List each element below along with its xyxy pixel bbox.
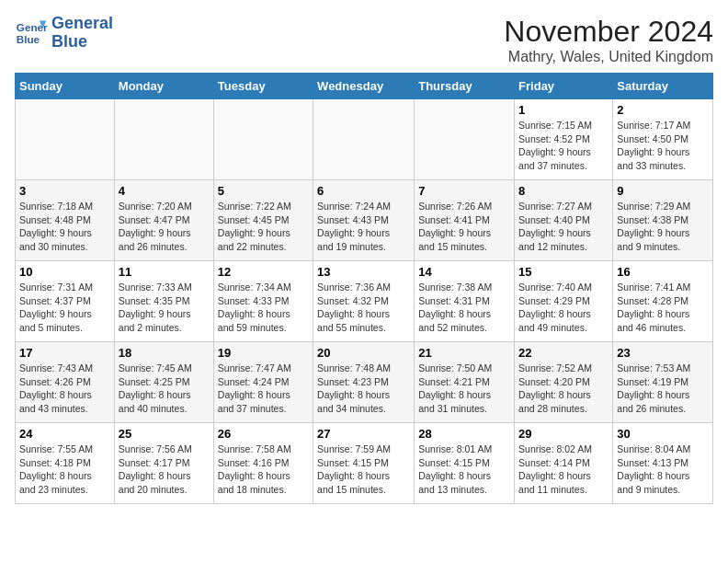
title-area: November 2024 Mathry, Wales, United King… xyxy=(504,15,713,65)
calendar-cell: 17Sunrise: 7:43 AM Sunset: 4:26 PM Dayli… xyxy=(16,342,115,423)
day-info: Sunrise: 7:36 AM Sunset: 4:32 PM Dayligh… xyxy=(317,281,410,335)
day-info: Sunrise: 8:02 AM Sunset: 4:14 PM Dayligh… xyxy=(518,442,609,497)
day-info: Sunrise: 7:34 AM Sunset: 4:33 PM Dayligh… xyxy=(218,281,309,335)
day-info: Sunrise: 7:40 AM Sunset: 4:29 PM Dayligh… xyxy=(518,281,609,335)
calendar-header-wednesday: Wednesday xyxy=(313,74,415,99)
day-info: Sunrise: 8:04 AM Sunset: 4:13 PM Dayligh… xyxy=(617,442,709,497)
day-number: 30 xyxy=(617,427,709,441)
day-number: 22 xyxy=(518,346,609,360)
calendar-cell: 29Sunrise: 8:02 AM Sunset: 4:14 PM Dayli… xyxy=(515,423,613,504)
day-info: Sunrise: 7:59 AM Sunset: 4:15 PM Dayligh… xyxy=(317,442,410,497)
calendar-header-sunday: Sunday xyxy=(16,74,115,99)
day-number: 10 xyxy=(19,265,110,279)
calendar-cell: 22Sunrise: 7:52 AM Sunset: 4:20 PM Dayli… xyxy=(515,342,613,423)
day-info: Sunrise: 7:17 AM Sunset: 4:50 PM Dayligh… xyxy=(617,119,709,173)
day-number: 3 xyxy=(19,184,110,198)
day-info: Sunrise: 7:33 AM Sunset: 4:35 PM Dayligh… xyxy=(119,281,210,335)
calendar-table: SundayMondayTuesdayWednesdayThursdayFrid… xyxy=(15,73,713,504)
calendar-cell: 23Sunrise: 7:53 AM Sunset: 4:19 PM Dayli… xyxy=(613,342,713,423)
day-number: 18 xyxy=(119,346,210,360)
day-number: 23 xyxy=(617,346,709,360)
calendar-cell: 9Sunrise: 7:29 AM Sunset: 4:38 PM Daylig… xyxy=(613,180,713,261)
day-info: Sunrise: 7:15 AM Sunset: 4:52 PM Dayligh… xyxy=(518,119,609,173)
calendar-cell xyxy=(415,99,515,180)
day-info: Sunrise: 7:24 AM Sunset: 4:43 PM Dayligh… xyxy=(317,200,410,254)
calendar-header-saturday: Saturday xyxy=(613,74,713,99)
calendar-week-3: 10Sunrise: 7:31 AM Sunset: 4:37 PM Dayli… xyxy=(16,261,713,342)
day-number: 1 xyxy=(518,103,609,117)
day-info: Sunrise: 7:55 AM Sunset: 4:18 PM Dayligh… xyxy=(19,442,110,497)
day-number: 20 xyxy=(317,346,410,360)
calendar-cell: 20Sunrise: 7:48 AM Sunset: 4:23 PM Dayli… xyxy=(313,342,415,423)
day-info: Sunrise: 7:22 AM Sunset: 4:45 PM Dayligh… xyxy=(218,200,309,254)
day-info: Sunrise: 8:01 AM Sunset: 4:15 PM Dayligh… xyxy=(418,442,510,497)
calendar-cell xyxy=(313,99,415,180)
day-number: 11 xyxy=(119,265,210,279)
calendar-cell: 21Sunrise: 7:50 AM Sunset: 4:21 PM Dayli… xyxy=(415,342,515,423)
calendar-cell: 15Sunrise: 7:40 AM Sunset: 4:29 PM Dayli… xyxy=(515,261,613,342)
calendar-cell: 6Sunrise: 7:24 AM Sunset: 4:43 PM Daylig… xyxy=(313,180,415,261)
logo-icon: General Blue xyxy=(15,17,48,50)
day-number: 29 xyxy=(518,427,609,441)
calendar-cell: 12Sunrise: 7:34 AM Sunset: 4:33 PM Dayli… xyxy=(213,261,313,342)
day-info: Sunrise: 7:27 AM Sunset: 4:40 PM Dayligh… xyxy=(518,200,609,254)
calendar-cell xyxy=(114,99,213,180)
logo-text: General Blue xyxy=(51,15,113,52)
day-info: Sunrise: 7:41 AM Sunset: 4:28 PM Dayligh… xyxy=(617,281,709,335)
day-info: Sunrise: 7:18 AM Sunset: 4:48 PM Dayligh… xyxy=(19,200,110,254)
page-subtitle: Mathry, Wales, United Kingdom xyxy=(504,49,713,65)
day-info: Sunrise: 7:48 AM Sunset: 4:23 PM Dayligh… xyxy=(317,362,410,416)
calendar-cell: 4Sunrise: 7:20 AM Sunset: 4:47 PM Daylig… xyxy=(114,180,213,261)
day-info: Sunrise: 7:45 AM Sunset: 4:25 PM Dayligh… xyxy=(119,362,210,416)
day-info: Sunrise: 7:58 AM Sunset: 4:16 PM Dayligh… xyxy=(218,442,309,497)
calendar-cell: 1Sunrise: 7:15 AM Sunset: 4:52 PM Daylig… xyxy=(515,99,613,180)
day-number: 24 xyxy=(19,427,110,441)
calendar-cell: 30Sunrise: 8:04 AM Sunset: 4:13 PM Dayli… xyxy=(613,423,713,504)
calendar-cell xyxy=(213,99,313,180)
day-info: Sunrise: 7:20 AM Sunset: 4:47 PM Dayligh… xyxy=(119,200,210,254)
calendar-cell: 8Sunrise: 7:27 AM Sunset: 4:40 PM Daylig… xyxy=(515,180,613,261)
calendar-cell: 7Sunrise: 7:26 AM Sunset: 4:41 PM Daylig… xyxy=(415,180,515,261)
day-info: Sunrise: 7:38 AM Sunset: 4:31 PM Dayligh… xyxy=(418,281,510,335)
day-number: 17 xyxy=(19,346,110,360)
calendar-header-friday: Friday xyxy=(515,74,613,99)
day-number: 16 xyxy=(617,265,709,279)
calendar-cell: 16Sunrise: 7:41 AM Sunset: 4:28 PM Dayli… xyxy=(613,261,713,342)
calendar-cell: 18Sunrise: 7:45 AM Sunset: 4:25 PM Dayli… xyxy=(114,342,213,423)
day-info: Sunrise: 7:50 AM Sunset: 4:21 PM Dayligh… xyxy=(418,362,510,416)
calendar-cell: 11Sunrise: 7:33 AM Sunset: 4:35 PM Dayli… xyxy=(114,261,213,342)
day-info: Sunrise: 7:52 AM Sunset: 4:20 PM Dayligh… xyxy=(518,362,609,416)
day-info: Sunrise: 7:43 AM Sunset: 4:26 PM Dayligh… xyxy=(19,362,110,416)
calendar-week-2: 3Sunrise: 7:18 AM Sunset: 4:48 PM Daylig… xyxy=(16,180,713,261)
day-number: 25 xyxy=(119,427,210,441)
calendar-cell: 3Sunrise: 7:18 AM Sunset: 4:48 PM Daylig… xyxy=(16,180,115,261)
day-number: 15 xyxy=(518,265,609,279)
day-number: 21 xyxy=(418,346,510,360)
calendar-cell: 2Sunrise: 7:17 AM Sunset: 4:50 PM Daylig… xyxy=(613,99,713,180)
calendar-header-row: SundayMondayTuesdayWednesdayThursdayFrid… xyxy=(16,74,713,99)
calendar-cell: 19Sunrise: 7:47 AM Sunset: 4:24 PM Dayli… xyxy=(213,342,313,423)
day-info: Sunrise: 7:47 AM Sunset: 4:24 PM Dayligh… xyxy=(218,362,309,416)
calendar-header-monday: Monday xyxy=(114,74,213,99)
calendar-week-4: 17Sunrise: 7:43 AM Sunset: 4:26 PM Dayli… xyxy=(16,342,713,423)
svg-text:Blue: Blue xyxy=(17,33,40,45)
page-title: November 2024 xyxy=(504,15,713,49)
calendar-cell: 5Sunrise: 7:22 AM Sunset: 4:45 PM Daylig… xyxy=(213,180,313,261)
calendar-cell: 28Sunrise: 8:01 AM Sunset: 4:15 PM Dayli… xyxy=(415,423,515,504)
calendar-cell xyxy=(16,99,115,180)
day-number: 14 xyxy=(418,265,510,279)
calendar-cell: 14Sunrise: 7:38 AM Sunset: 4:31 PM Dayli… xyxy=(415,261,515,342)
day-number: 28 xyxy=(418,427,510,441)
calendar-header-tuesday: Tuesday xyxy=(213,74,313,99)
calendar-cell: 10Sunrise: 7:31 AM Sunset: 4:37 PM Dayli… xyxy=(16,261,115,342)
day-number: 13 xyxy=(317,265,410,279)
day-number: 8 xyxy=(518,184,609,198)
calendar-header-thursday: Thursday xyxy=(415,74,515,99)
day-number: 12 xyxy=(218,265,309,279)
calendar-week-1: 1Sunrise: 7:15 AM Sunset: 4:52 PM Daylig… xyxy=(16,99,713,180)
day-info: Sunrise: 7:26 AM Sunset: 4:41 PM Dayligh… xyxy=(418,200,510,254)
header: General Blue General Blue November 2024 … xyxy=(15,15,713,65)
day-number: 27 xyxy=(317,427,410,441)
day-info: Sunrise: 7:31 AM Sunset: 4:37 PM Dayligh… xyxy=(19,281,110,335)
calendar-cell: 25Sunrise: 7:56 AM Sunset: 4:17 PM Dayli… xyxy=(114,423,213,504)
